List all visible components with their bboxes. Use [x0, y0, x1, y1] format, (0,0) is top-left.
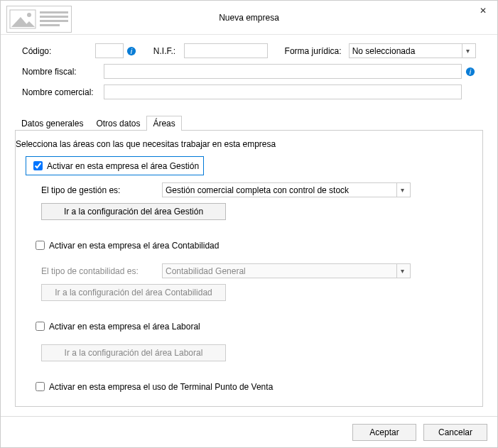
svg-rect-4: [40, 11, 68, 13]
accept-button[interactable]: Aceptar: [352, 424, 416, 441]
area-contabilidad: Activar en esta empresa el área Contabil…: [16, 239, 475, 301]
tpv-checkbox-label: Activar en esta empresa el uso de Termin…: [49, 382, 273, 392]
info-icon[interactable]: i: [465, 66, 476, 77]
button-label: Ir a la configuración del área Laboral: [65, 348, 203, 358]
contabilidad-checkbox[interactable]: [36, 241, 45, 250]
button-label: Aceptar: [369, 427, 399, 437]
tab-label: Otros datos: [96, 119, 140, 129]
tab-label: Áreas: [153, 119, 175, 129]
nombre-comercial-label: Nombre comercial:: [22, 87, 104, 97]
svg-point-3: [27, 13, 31, 17]
codigo-label: Código:: [22, 46, 95, 56]
chevron-down-icon: ▾: [397, 186, 407, 194]
laboral-config-button: Ir a la configuración del área Laboral: [41, 344, 226, 361]
nif-label: N.I.F.:: [153, 46, 184, 56]
gestion-tipo-label: El tipo de gestión es:: [41, 185, 162, 195]
contabilidad-tipo-select: Contabilidad General ▾: [162, 263, 411, 278]
button-label: Ir a la configuración del área Contabili…: [55, 288, 212, 297]
gestion-config-button[interactable]: Ir a la configuración del área Gestión: [41, 203, 226, 220]
forma-juridica-select[interactable]: No seleccionada ▾: [349, 43, 476, 58]
button-label: Ir a la configuración del área Gestión: [64, 207, 203, 217]
contabilidad-config-button: Ir a la configuración del área Contabili…: [41, 284, 226, 301]
svg-rect-5: [40, 16, 68, 18]
laboral-checkbox[interactable]: [36, 322, 45, 331]
contabilidad-tipo-label: El tipo de contabilidad es:: [41, 266, 162, 276]
chevron-down-icon: ▾: [462, 47, 472, 55]
svg-rect-6: [40, 20, 68, 22]
dialog-footer: Aceptar Cancelar: [1, 416, 497, 447]
gestion-checkbox[interactable]: [33, 161, 43, 170]
gestion-highlight: Activar en esta empresa el área Gestión: [26, 156, 204, 175]
close-button[interactable]: ✕: [472, 1, 494, 21]
dialog-window: Nueva empresa ✕ Código: i N.I.F.: Forma …: [0, 0, 498, 448]
info-icon[interactable]: i: [126, 45, 136, 57]
dialog-title: Nueva empresa: [1, 13, 497, 23]
dialog-header: Nueva empresa ✕: [1, 1, 497, 35]
chevron-down-icon: ▾: [397, 267, 407, 275]
tab-panel-areas: Selecciona las áreas con las que necesit…: [15, 130, 483, 407]
area-tpv: Activar en esta empresa el uso de Termin…: [16, 380, 475, 398]
tab-areas[interactable]: Áreas: [146, 116, 181, 131]
gestion-checkbox-label: Activar en esta empresa el área Gestión: [47, 161, 199, 171]
nif-input[interactable]: [184, 43, 268, 58]
nombre-fiscal-input[interactable]: [104, 64, 462, 79]
svg-rect-7: [40, 24, 60, 26]
header-placeholder-icon: [6, 6, 72, 33]
nombre-comercial-input[interactable]: [104, 84, 462, 99]
area-laboral: Activar en esta empresa el área Laboral …: [16, 319, 475, 361]
button-label: Cancelar: [438, 427, 472, 437]
laboral-checkbox-label: Activar en esta empresa el área Laboral: [49, 322, 200, 332]
forma-juridica-label: Forma jurídica:: [285, 46, 342, 56]
tab-otros-datos[interactable]: Otros datos: [90, 116, 146, 131]
contabilidad-checkbox-label: Activar en esta empresa el área Contabil…: [49, 241, 219, 251]
gestion-tipo-value: Gestión comercial completa con control d…: [166, 185, 349, 195]
tpv-checkbox[interactable]: [36, 382, 45, 391]
dialog-body: Código: i N.I.F.: Forma jurídica: No sel…: [1, 35, 497, 108]
areas-intro: Selecciona las áreas con las que necesit…: [13, 139, 468, 149]
codigo-input[interactable]: [95, 43, 124, 58]
tab-label: Datos generales: [21, 119, 83, 129]
tab-datos-generales[interactable]: Datos generales: [15, 116, 90, 131]
gestion-tipo-select[interactable]: Gestión comercial completa con control d…: [162, 182, 411, 197]
area-gestion: Activar en esta empresa el área Gestión …: [16, 156, 475, 220]
close-icon: ✕: [480, 6, 487, 16]
forma-juridica-value: No seleccionada: [352, 46, 416, 56]
contabilidad-tipo-value: Contabilidad General: [166, 266, 246, 276]
nombre-fiscal-label: Nombre fiscal:: [22, 67, 104, 77]
tab-bar: Datos generales Otros datos Áreas: [15, 115, 483, 131]
cancel-button[interactable]: Cancelar: [423, 424, 487, 441]
